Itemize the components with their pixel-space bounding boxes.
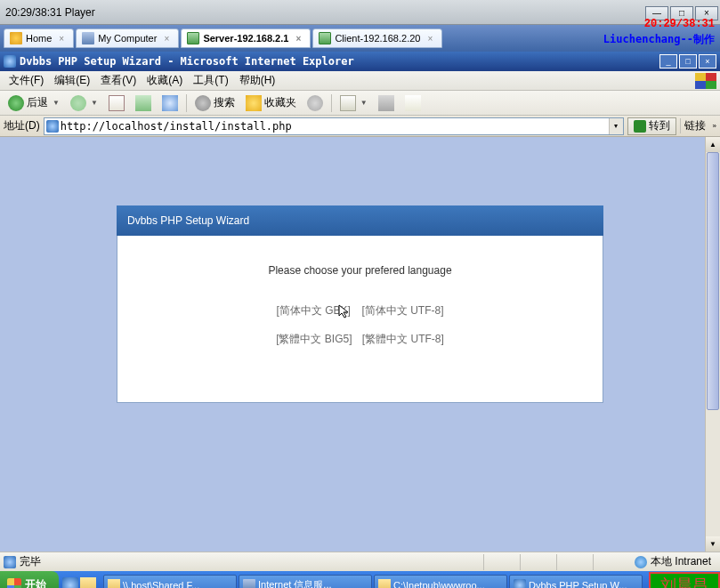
status-pane — [593, 554, 629, 570]
lang-row-simplified: [简体中文 GBK] [简体中文 UTF-8] — [126, 303, 594, 319]
computer-icon — [82, 32, 94, 44]
edit-icon — [405, 95, 421, 111]
window-icon — [187, 32, 199, 44]
tab-label: Home — [26, 33, 52, 44]
quick-launch — [59, 577, 100, 589]
vm-tab-client[interactable]: Client-192.168.2.20 × — [312, 28, 442, 48]
wizard-header: Dvbbs PHP Setup Wizard — [117, 205, 603, 236]
lang-utf8-traditional[interactable]: [繁體中文 UTF-8] — [362, 333, 444, 345]
star-icon — [246, 95, 262, 111]
chevron-down-icon[interactable]: ▼ — [91, 99, 98, 107]
ie-title-text: Dvbbs PHP Setup Wizard - Microsoft Inter… — [20, 55, 354, 68]
forward-icon — [70, 95, 86, 111]
tab-close[interactable]: × — [295, 34, 304, 43]
search-button[interactable]: 搜索 — [190, 93, 239, 114]
scroll-down-arrow[interactable]: ▼ — [706, 536, 720, 552]
mail-icon — [340, 95, 356, 111]
ie-icon — [514, 579, 526, 589]
window-icon — [319, 32, 331, 44]
links-button[interactable]: 链接 — [680, 118, 709, 133]
home-icon — [162, 95, 178, 111]
address-input[interactable] — [61, 120, 609, 133]
back-icon — [8, 95, 24, 111]
chevron-down-icon[interactable]: ▼ — [360, 99, 368, 107]
links-expand[interactable]: » — [713, 122, 716, 130]
task-shared-folder[interactable]: \\.host\Shared F... — [103, 575, 237, 589]
print-icon — [378, 95, 394, 111]
menu-favorites[interactable]: 收藏(A) — [142, 71, 188, 90]
start-label: 开始 — [25, 577, 46, 588]
tab-close[interactable]: × — [59, 34, 68, 43]
ie-minimize-button[interactable]: _ — [659, 54, 677, 68]
desktop-ql-icon[interactable] — [80, 577, 96, 589]
scroll-thumb[interactable] — [707, 152, 719, 410]
setup-wizard: Dvbbs PHP Setup Wizard Please choose you… — [117, 205, 603, 403]
zone-label: 本地 Intranet — [651, 554, 711, 569]
wizard-prompt: Please choose your prefered language — [126, 264, 594, 277]
page-icon — [46, 120, 59, 133]
tab-label: Server-192.168.2.1 — [203, 33, 288, 44]
ie-maximize-button[interactable]: □ — [679, 54, 697, 68]
content-scroll[interactable]: Dvbbs PHP Setup Wizard Please choose you… — [0, 137, 720, 552]
overlay-time: 20:29/38:31 — [644, 18, 715, 30]
back-label: 后退 — [27, 95, 48, 110]
vm-tab-mycomputer[interactable]: My Computer × — [76, 28, 179, 48]
lang-big5[interactable]: [繁體中文 BIG5] — [276, 333, 352, 345]
task-iis[interactable]: Internet 信息服... — [239, 575, 372, 589]
task-label: Dvbbs PHP Setup W... — [529, 580, 627, 589]
ie-icon — [4, 556, 16, 568]
task-setup-wizard[interactable]: Dvbbs PHP Setup W... — [509, 575, 643, 589]
back-button[interactable]: 后退 ▼ — [4, 93, 64, 114]
search-icon — [195, 95, 211, 111]
task-inetpub[interactable]: C:\Inetpub\wwwroo... — [374, 575, 507, 589]
edit-button[interactable] — [400, 93, 425, 114]
address-dropdown[interactable]: ▾ — [609, 118, 623, 134]
forward-button[interactable]: ▼ — [66, 93, 102, 114]
favorites-button[interactable]: 收藏夹 — [241, 93, 301, 114]
toolbar: 后退 ▼ ▼ 搜索 收藏夹 ▼ — [0, 91, 720, 116]
author-name: 刘晨昌 — [660, 575, 708, 588]
ie-icon — [4, 55, 16, 68]
status-pane — [556, 554, 593, 570]
menu-view[interactable]: 查看(V) — [95, 71, 142, 90]
chevron-down-icon[interactable]: ▼ — [53, 99, 60, 107]
tab-label: My Computer — [98, 33, 157, 44]
menubar: 文件(F) 编辑(E) 查看(V) 收藏(A) 工具(T) 帮助(H) — [0, 71, 720, 91]
go-label: 转到 — [649, 118, 670, 133]
stop-button[interactable] — [104, 93, 129, 114]
tab-close[interactable]: × — [164, 34, 173, 43]
tab-close[interactable]: × — [427, 34, 436, 43]
browser-content: Dvbbs PHP Setup Wizard Please choose you… — [0, 137, 720, 552]
taskbar: 开始 \\.host\Shared F... Internet 信息服... C… — [0, 571, 720, 588]
task-buttons: \\.host\Shared F... Internet 信息服... C:\I… — [100, 575, 720, 589]
start-button[interactable]: 开始 — [0, 571, 59, 588]
vm-tabs: Home × My Computer × Server-192.168.2.1 … — [0, 25, 720, 52]
vm-title: 20:29/38:31 Player — [5, 6, 95, 19]
menu-help[interactable]: 帮助(H) — [234, 71, 281, 90]
vm-tab-server[interactable]: Server-192.168.2.1 × — [181, 28, 311, 48]
menu-file[interactable]: 文件(F) — [4, 71, 49, 90]
vm-tab-home[interactable]: Home × — [4, 28, 74, 48]
history-icon — [307, 95, 323, 111]
home-button[interactable] — [158, 93, 182, 114]
mail-button[interactable]: ▼ — [336, 93, 372, 114]
address-field-wrap: ▾ — [44, 117, 624, 135]
refresh-button[interactable] — [131, 93, 156, 114]
history-button[interactable] — [303, 93, 328, 114]
vm-titlebar: 20:29/38:31 Player — □ × — [0, 0, 720, 25]
lang-row-traditional: [繁體中文 BIG5] [繁體中文 UTF-8] — [126, 332, 594, 347]
menu-tools[interactable]: 工具(T) — [188, 71, 233, 90]
go-button[interactable]: 转到 — [627, 117, 676, 135]
ie-close-button[interactable]: × — [699, 54, 716, 68]
home-icon — [10, 32, 22, 44]
refresh-icon — [135, 95, 151, 111]
vertical-scrollbar[interactable]: ▲ ▼ — [705, 137, 720, 552]
stop-icon — [109, 95, 125, 111]
menu-edit[interactable]: 编辑(E) — [49, 71, 95, 90]
ie-ql-icon[interactable] — [62, 577, 78, 589]
cursor-icon — [337, 303, 350, 319]
security-zone[interactable]: 本地 Intranet — [629, 554, 716, 570]
print-button[interactable] — [374, 93, 399, 114]
scroll-up-arrow[interactable]: ▲ — [706, 137, 720, 152]
lang-utf8-simplified[interactable]: [简体中文 UTF-8] — [362, 304, 444, 317]
